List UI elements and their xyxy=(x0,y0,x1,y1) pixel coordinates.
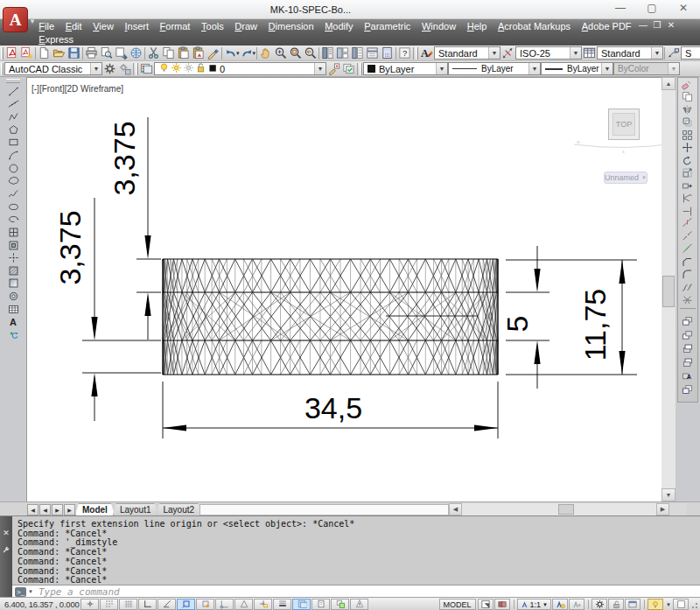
scale-button[interactable] xyxy=(678,167,696,180)
spline-button[interactable] xyxy=(7,187,20,200)
ellipse-button[interactable] xyxy=(7,200,20,214)
ellipse-arc-button[interactable] xyxy=(7,213,20,226)
hatch-to-back-button[interactable] xyxy=(678,383,696,397)
fillet-button[interactable] xyxy=(678,269,696,282)
zoom-realtime-button[interactable] xyxy=(273,46,288,60)
new-file-button[interactable] xyxy=(37,46,52,60)
viewcube-top-face[interactable]: TOP xyxy=(612,113,635,136)
web-publish-button[interactable] xyxy=(129,46,144,60)
next-tab-button[interactable]: ▶ xyxy=(52,504,63,515)
horizontal-scrollbar[interactable]: ◀ ▶ xyxy=(449,503,669,515)
vertical-scroll-thumb[interactable] xyxy=(662,276,675,307)
quick-properties-toggle[interactable] xyxy=(312,599,330,610)
mdi-restore-button[interactable]: ❐ xyxy=(653,20,662,30)
grid-display-toggle[interactable] xyxy=(119,599,137,610)
command-close-icon[interactable]: ✕ xyxy=(3,529,10,537)
polyline-button[interactable] xyxy=(7,110,20,123)
zoom-window-button[interactable] xyxy=(288,46,303,60)
multileader-style-button[interactable] xyxy=(666,46,681,60)
workspace-settings-button[interactable] xyxy=(102,62,117,76)
send-under-button[interactable] xyxy=(678,356,696,370)
mtext-button[interactable]: A xyxy=(7,316,20,329)
text-to-front-button[interactable]: A xyxy=(678,369,696,383)
add-selected-button[interactable] xyxy=(7,328,20,341)
view-name-pill[interactable]: Unnamed▼ xyxy=(604,172,648,184)
erase-button[interactable] xyxy=(678,78,696,91)
clean-screen-icon[interactable] xyxy=(673,599,689,610)
command-history[interactable]: Specify first extension line origin or <… xyxy=(12,516,700,585)
command-prompt-dropdown-icon[interactable]: ▼ xyxy=(28,589,33,594)
layer-combo[interactable]: 0▼ xyxy=(154,62,326,75)
chamfer-button[interactable] xyxy=(678,256,696,269)
toolbar-grip[interactable] xyxy=(360,63,362,75)
scroll-left-button[interactable]: ◀ xyxy=(449,503,462,515)
bring-above-button[interactable] xyxy=(678,342,696,356)
help-button[interactable]: ? xyxy=(397,46,412,60)
tab-layout2[interactable]: Layout2 xyxy=(156,503,201,515)
join-button[interactable] xyxy=(678,243,696,256)
array-button[interactable] xyxy=(678,129,696,142)
color-combo[interactable]: ByLayer▼ xyxy=(363,62,448,75)
acrobat-batch-pdf-button[interactable] xyxy=(19,46,34,60)
object-snap-3d-toggle[interactable] xyxy=(196,599,214,610)
dynamic-ucs-toggle[interactable] xyxy=(234,599,253,610)
circle-button[interactable] xyxy=(7,162,20,175)
infer-constraints-toggle[interactable] xyxy=(80,599,99,610)
close-button[interactable]: ✕ xyxy=(674,2,693,15)
tool-palettes-button[interactable] xyxy=(350,46,365,60)
toolbar-grip[interactable] xyxy=(1,47,4,60)
zoom-previous-button[interactable] xyxy=(303,46,318,60)
lineweight-toggle[interactable] xyxy=(273,599,291,610)
point-button[interactable] xyxy=(7,251,20,264)
menu-tools[interactable]: Tools xyxy=(196,19,229,32)
autoscale-icon[interactable] xyxy=(569,599,584,610)
first-tab-button[interactable]: ◀ xyxy=(27,504,38,515)
pan-button[interactable] xyxy=(258,46,273,60)
menu-modify[interactable]: Modify xyxy=(319,19,359,32)
drawing-canvas[interactable]: [-][Front][2D Wireframe] 3,3753,375511,7… xyxy=(26,77,662,501)
layer-states-button[interactable] xyxy=(341,62,356,76)
save-file-button[interactable] xyxy=(66,46,81,60)
copy-object-button[interactable] xyxy=(678,91,696,104)
match-properties-button[interactable] xyxy=(206,46,220,60)
trim-button[interactable] xyxy=(678,193,696,206)
table-style-button[interactable] xyxy=(582,46,597,60)
stretch-button[interactable] xyxy=(678,179,696,193)
menu-format[interactable]: Format xyxy=(154,19,195,32)
command-input-placeholder[interactable]: Type a command xyxy=(38,586,120,598)
lineweight-combo[interactable]: ByLayer▼ xyxy=(541,62,613,75)
rectangle-button[interactable] xyxy=(7,137,20,150)
viewcube[interactable]: TOP xyxy=(608,109,640,140)
bring-to-front-button[interactable] xyxy=(678,315,696,329)
menu-parametric[interactable]: Parametric xyxy=(359,19,416,32)
hatch-button[interactable] xyxy=(7,264,20,277)
gradient-button[interactable] xyxy=(7,277,20,291)
tab-model[interactable]: Model xyxy=(75,503,115,515)
menu-view[interactable]: View xyxy=(88,19,119,32)
horizontal-scroll-thumb[interactable] xyxy=(558,504,574,515)
scroll-down-button[interactable]: ▼ xyxy=(662,488,676,501)
insert-block-button[interactable] xyxy=(7,226,20,239)
revision-cloud-button[interactable] xyxy=(7,174,20,187)
paste-button[interactable] xyxy=(176,46,191,60)
menu-help[interactable]: Help xyxy=(461,19,492,32)
ortho-mode-toggle[interactable] xyxy=(138,599,157,610)
viewport-label[interactable]: [-][Front][2D Wireframe] xyxy=(32,84,123,94)
toolbar-lock-icon[interactable] xyxy=(608,599,624,610)
toolbar-grip[interactable] xyxy=(416,47,418,60)
quick-calc-button[interactable] xyxy=(380,46,395,60)
object-snap-toggle[interactable] xyxy=(177,599,195,610)
construction-line-button[interactable] xyxy=(7,98,20,111)
selection-cycling-toggle[interactable] xyxy=(331,599,349,610)
toolbar-grip[interactable] xyxy=(1,63,4,75)
text-style-button[interactable]: A xyxy=(419,46,434,60)
redo-dropdown[interactable]: ▾ xyxy=(253,50,256,57)
send-to-back-button[interactable] xyxy=(678,329,696,343)
copy-button[interactable] xyxy=(161,46,176,60)
save-workspace-button[interactable] xyxy=(117,62,132,76)
menu-edit[interactable]: Edit xyxy=(60,19,88,32)
menu-draw[interactable]: Draw xyxy=(229,19,262,32)
annotation-visibility-icon[interactable] xyxy=(552,599,568,610)
annotation-scale-button[interactable]: 1:1 ▼ xyxy=(517,599,551,610)
dimension-style-button[interactable] xyxy=(500,46,515,60)
